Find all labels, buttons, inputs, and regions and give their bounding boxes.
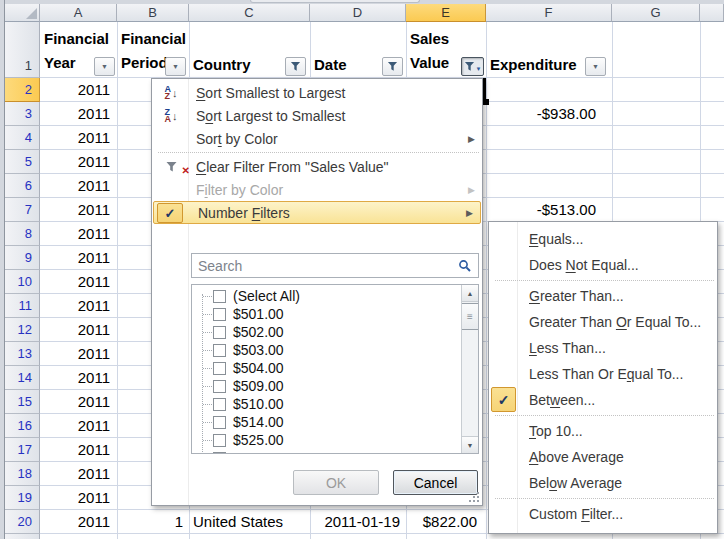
checkbox[interactable]	[213, 398, 226, 411]
column-header-c[interactable]: C	[189, 4, 310, 22]
submenu-item-top-10[interactable]: Top 10...	[489, 418, 717, 444]
filter-button-date-filtered[interactable]	[382, 57, 403, 76]
ok-button-disabled[interactable]: OK	[293, 470, 379, 495]
filter-search-input[interactable]: Search	[191, 253, 479, 278]
list-item-value[interactable]: $509.00	[192, 377, 461, 395]
list-item-value[interactable]: $510.00	[192, 395, 461, 413]
submenu-item-above-average[interactable]: Above Average	[489, 444, 717, 470]
cell-d20[interactable]: 2011-01-19	[310, 510, 400, 534]
checkbox[interactable]	[213, 344, 226, 357]
checkbox[interactable]	[213, 416, 226, 429]
checkbox[interactable]	[213, 380, 226, 393]
list-item-value[interactable]: $525.00	[192, 431, 461, 449]
filter-button-financial-period[interactable]: ▼	[165, 57, 186, 76]
cell-a11[interactable]: 2011	[40, 294, 110, 318]
cell-a8[interactable]: 2011	[40, 222, 110, 246]
cell-a4[interactable]: 2011	[40, 126, 110, 150]
cell-a14[interactable]: 2011	[40, 366, 110, 390]
cell-a16[interactable]: 2011	[40, 414, 110, 438]
cell-a17[interactable]: 2011	[40, 438, 110, 462]
cell-a15[interactable]: 2011	[40, 390, 110, 414]
column-header-g[interactable]: G	[612, 4, 700, 22]
row-header-16[interactable]: 16	[5, 414, 40, 438]
cell-a19[interactable]: 2011	[40, 486, 110, 510]
filter-button-sales-value-open[interactable]: ▼	[461, 57, 484, 76]
row-header-14[interactable]: 14	[5, 366, 40, 390]
select-all-corner[interactable]	[5, 4, 40, 22]
column-header-f[interactable]: F	[486, 4, 612, 22]
menu-item-sort-by-color[interactable]: Sort by Color ▶	[152, 127, 482, 150]
checkbox[interactable]	[213, 362, 226, 375]
cell-e20[interactable]: $822.00	[406, 510, 477, 534]
row-header-8[interactable]: 8	[5, 222, 40, 246]
scrollbar-thumb[interactable]: ≡	[462, 303, 478, 330]
cell-a20[interactable]: 2011	[40, 510, 110, 534]
menu-item-number-filters[interactable]: ✓ Number Filters ▶	[153, 201, 481, 224]
cell-a5[interactable]: 2011	[40, 150, 110, 174]
row-header-7[interactable]: 7	[5, 198, 40, 222]
list-item-value[interactable]: $501.00	[192, 305, 461, 323]
row-header-11[interactable]: 11	[5, 294, 40, 318]
menu-item-sort-largest-to-smallest[interactable]: ZA ↓ Sort Largest to Smallest	[152, 104, 482, 127]
cell-a18[interactable]: 2011	[40, 462, 110, 486]
row-header-13[interactable]: 13	[5, 342, 40, 366]
submenu-item-less-than-or-equal-to[interactable]: Less Than Or Equal To...	[489, 361, 717, 387]
list-item-value[interactable]: $514.00	[192, 413, 461, 431]
menu-item-sort-smallest-to-largest[interactable]: AZ ↓ Sort Smallest to Largest	[152, 81, 482, 104]
cell-c20[interactable]: United States	[193, 510, 308, 534]
row-header-12[interactable]: 12	[5, 318, 40, 342]
checkbox[interactable]	[213, 326, 226, 339]
list-item-value[interactable]: $504.00	[192, 359, 461, 377]
scrollbar-down-button[interactable]: ▼	[462, 436, 478, 453]
filter-button-expenditure[interactable]: ▼	[585, 57, 606, 76]
row-header-15[interactable]: 15	[5, 390, 40, 414]
cancel-button[interactable]: Cancel	[393, 470, 478, 495]
cell-f7[interactable]: -$513.00	[486, 198, 596, 222]
row-header-2-selected[interactable]: 2	[5, 78, 40, 102]
cell-a6[interactable]: 2011	[40, 174, 110, 198]
submenu-item-greater-than-or-equal-to[interactable]: Greater Than Or Equal To...	[489, 309, 717, 335]
submenu-item-less-than[interactable]: Less Than...	[489, 335, 717, 361]
cell-a9[interactable]: 2011	[40, 246, 110, 270]
row-header-9[interactable]: 9	[5, 246, 40, 270]
fill-handle[interactable]	[483, 99, 489, 105]
cell-f3[interactable]: -$938.00	[486, 102, 596, 126]
list-item-select-all[interactable]: (Select All)	[192, 287, 461, 305]
cell-b20[interactable]: 1	[117, 510, 183, 534]
submenu-item-custom-filter[interactable]: Custom Filter...	[489, 501, 717, 527]
list-scrollbar[interactable]: ▲ ≡ ▼	[461, 285, 478, 453]
submenu-item-equals[interactable]: Equals...	[489, 226, 717, 252]
cell-a10[interactable]: 2011	[40, 270, 110, 294]
row-header-5[interactable]: 5	[5, 150, 40, 174]
list-item-value[interactable]: $502.00	[192, 323, 461, 341]
column-header-d[interactable]: D	[310, 4, 406, 22]
row-header-6[interactable]: 6	[5, 174, 40, 198]
menu-resize-grip[interactable]	[469, 492, 479, 502]
row-header-10[interactable]: 10	[5, 270, 40, 294]
submenu-item-does-not-equal[interactable]: Does Not Equal...	[489, 252, 717, 278]
checkbox[interactable]	[213, 290, 226, 303]
cell-a3[interactable]: 2011	[40, 102, 110, 126]
cell-a7[interactable]: 2011	[40, 198, 110, 222]
column-header-e-selected[interactable]: E	[406, 4, 486, 22]
scrollbar-up-button[interactable]: ▲	[462, 285, 478, 302]
column-header-a[interactable]: A	[40, 4, 117, 22]
row-header-17[interactable]: 17	[5, 438, 40, 462]
row-header-18[interactable]: 18	[5, 462, 40, 486]
submenu-item-greater-than[interactable]: Greater Than...	[489, 283, 717, 309]
menu-item-clear-filter[interactable]: ✕ Clear Filter From "Sales Value"	[152, 155, 482, 178]
row-header-1[interactable]: 1	[5, 22, 40, 78]
filter-button-financial-year[interactable]: ▼	[94, 57, 115, 76]
cell-a13[interactable]: 2011	[40, 342, 110, 366]
row-header-20[interactable]: 20	[5, 510, 40, 534]
row-header-3[interactable]: 3	[5, 102, 40, 126]
checkbox[interactable]	[213, 308, 226, 321]
column-header-b[interactable]: B	[117, 4, 189, 22]
cell-a12[interactable]: 2011	[40, 318, 110, 342]
submenu-item-below-average[interactable]: Below Average	[489, 470, 717, 496]
filter-button-country-filtered[interactable]	[285, 57, 306, 76]
row-header-4[interactable]: 4	[5, 126, 40, 150]
checkbox[interactable]	[213, 434, 226, 447]
list-item-value[interactable]: $503.00	[192, 341, 461, 359]
cell-a2[interactable]: 2011	[40, 78, 110, 102]
